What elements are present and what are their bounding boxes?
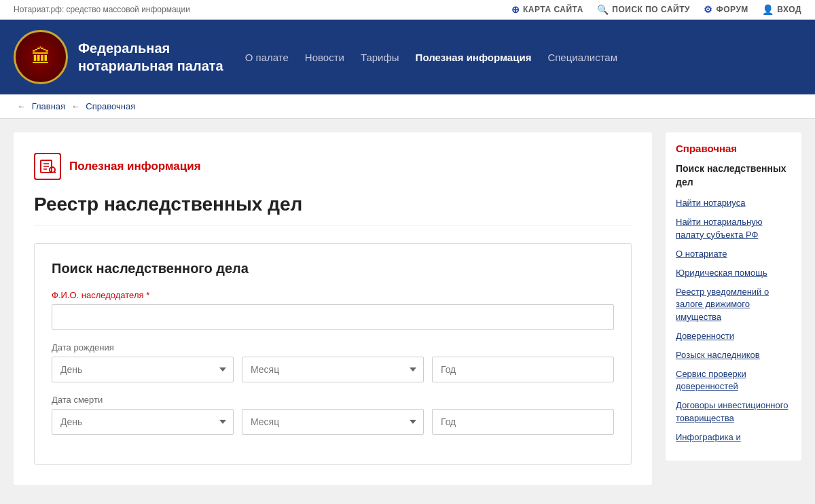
map-link[interactable]: ⊕ КАРТА САЙТА [511, 4, 583, 15]
map-icon: ⊕ [511, 4, 520, 15]
top-nav: ⊕ КАРТА САЙТА 🔍 ПОИСК ПО САЙТУ ⚙ ФОРУМ 👤… [511, 4, 802, 15]
fio-input[interactable] [52, 304, 614, 330]
breadcrumb-home[interactable]: Главная [32, 101, 65, 111]
sidebar-heading: Справочная [676, 143, 791, 154]
header: 🏛 Федеральная нотариальная палата О пала… [0, 20, 815, 94]
login-link[interactable]: 👤 ВХОД [762, 4, 801, 15]
nav-useful[interactable]: Полезная информация [408, 46, 540, 69]
death-day-select[interactable]: День123456789101112131415161718192021222… [52, 409, 234, 435]
section-icon [34, 153, 61, 180]
birth-date-group: Дата рождения День1234567891011121314151… [52, 342, 614, 382]
search-icon: 🔍 [597, 4, 609, 15]
sidebar-legal-help[interactable]: Юридическая помощь [676, 267, 791, 279]
birth-day-select[interactable]: День123456789101112131415161718192021222… [52, 357, 234, 382]
sidebar-pledge-registry[interactable]: Реестр уведомлений о залоге движимого им… [676, 286, 791, 323]
death-date-row: День123456789101112131415161718192021222… [52, 409, 614, 435]
nav-news[interactable]: Новости [297, 46, 352, 69]
content-area: Полезная информация Реестр наследственны… [14, 132, 652, 485]
svg-line-5 [54, 172, 56, 173]
breadcrumb-reference[interactable]: Справочная [86, 101, 135, 111]
user-icon: 👤 [762, 4, 774, 15]
birth-month-select[interactable]: МесяцЯнварьФевральМартАпрельМайИюньИюльА… [242, 357, 424, 382]
sidebar-investment[interactable]: Договоры инвестиционного товарищества [676, 399, 791, 424]
required-mark: * [146, 290, 149, 300]
nav-specialists[interactable]: Специалистам [539, 46, 626, 69]
search-link[interactable]: 🔍 ПОИСК ПО САЙТУ [597, 4, 690, 15]
birth-date-label: Дата рождения [52, 342, 614, 353]
sidebar-find-notary[interactable]: Найти нотариуса [676, 197, 791, 209]
nav-tariffs[interactable]: Тарифы [352, 46, 408, 69]
fio-group: Ф.И.О. наследодателя * [52, 290, 614, 330]
document-icon [39, 160, 56, 173]
forum-link[interactable]: ⚙ ФОРУМ [704, 4, 748, 15]
sidebar-find-chamber[interactable]: Найти нотариальную палату субъекта РФ [676, 216, 791, 240]
forum-icon: ⚙ [704, 4, 713, 15]
form-card: Поиск наследственного дела Ф.И.О. наслед… [34, 243, 632, 465]
section-title: Полезная информация [69, 160, 201, 173]
birth-date-row: День123456789101112131415161718192021222… [52, 357, 614, 382]
breadcrumb-arrow1: ← [17, 101, 26, 111]
main-container: Полезная информация Реестр наследственны… [0, 132, 815, 485]
sidebar-section: Справочная Поиск наследственных дел Найт… [666, 132, 801, 461]
map-label: КАРТА САЙТА [523, 5, 583, 14]
site-info: Нотариат.рф: средство массовой информаци… [14, 5, 190, 14]
nav-about[interactable]: О палате [237, 46, 297, 69]
emblem-icon: 🏛 [31, 48, 50, 67]
sidebar-heir-search[interactable]: Розыск наследников [676, 349, 791, 361]
section-header: Полезная информация [34, 153, 632, 180]
death-date-label: Дата смерти [52, 395, 614, 405]
fio-label: Ф.И.О. наследодателя * [52, 290, 614, 300]
page-heading: Реестр наследственных дел [34, 194, 632, 226]
top-bar: Нотариат.рф: средство массовой информаци… [0, 0, 815, 20]
forum-label: ФОРУМ [716, 5, 748, 14]
logo-emblem: 🏛 [14, 30, 68, 84]
death-date-group: Дата смерти День123456789101112131415161… [52, 395, 614, 435]
sidebar-infographics[interactable]: Инфографика и [676, 431, 791, 444]
logo-area: 🏛 Федеральная нотариальная палата [14, 30, 223, 84]
sidebar-powers-of-attorney[interactable]: Доверенности [676, 330, 791, 342]
death-year-input[interactable] [432, 409, 614, 435]
birth-year-input[interactable] [432, 357, 614, 382]
sidebar-about-notary[interactable]: О нотариате [676, 248, 791, 260]
sidebar-active-item: Поиск наследственных дел [676, 162, 791, 189]
breadcrumb-arrow2: ← [71, 101, 83, 111]
search-label: ПОИСК ПО САЙТУ [612, 5, 690, 14]
main-nav: О палате Новости Тарифы Полезная информа… [223, 46, 626, 69]
logo-text: Федеральная нотариальная палата [78, 39, 223, 75]
sidebar-verify-poa[interactable]: Сервис проверки доверенностей [676, 368, 791, 393]
breadcrumb: ← Главная ← Справочная [0, 94, 815, 119]
login-label: ВХОД [777, 5, 801, 14]
sidebar: Справочная Поиск наследственных дел Найт… [666, 132, 801, 485]
death-month-select[interactable]: МесяцЯнварьФевральМартАпрельМайИюньИюльА… [242, 409, 424, 435]
form-title: Поиск наследственного дела [52, 261, 614, 276]
